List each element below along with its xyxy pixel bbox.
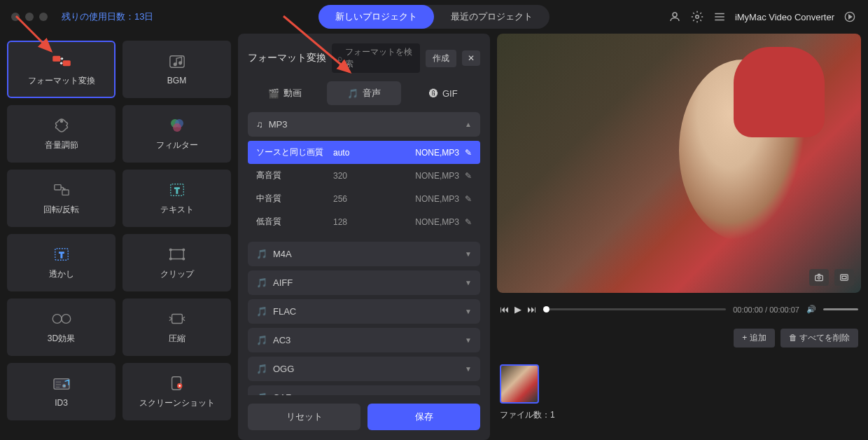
edit-icon[interactable]: ✎ [465,217,472,227]
tool-card-3d[interactable]: 3D効果 [7,298,115,356]
tool-card-screenshot[interactable]: スクリーンショット [122,363,231,420]
file-count-label: ファイル数：1 [500,409,858,421]
quality-name: 低音質 [256,216,333,228]
create-button[interactable]: 作成 [426,50,456,67]
snapshot-button[interactable] [809,269,829,286]
quality-row[interactable]: 低音質128NONE,MP3✎ [248,210,480,233]
header-right: iMyMac Video Converter [668,10,857,24]
window-minimize-dot[interactable] [25,13,34,21]
panel-title: フォーマット変換 [248,52,326,64]
preview-frame [497,34,861,293]
quality-row[interactable]: 高音質320NONE,MP3✎ [248,164,480,187]
add-file-button[interactable]: + 追加 [734,329,774,348]
tool-label: フィルター [156,139,198,151]
format-group-ac3[interactable]: 🎵AC3▼ [248,328,480,352]
video-preview [497,34,861,293]
convert-icon [50,53,73,69]
chevron-up-icon: ▲ [465,121,472,128]
window-maximize-dot[interactable] [39,13,48,21]
window-close-dot[interactable] [11,13,20,21]
quality-row[interactable]: ソースと同じ画質autoNONE,MP3✎ [248,141,480,164]
clip-icon [166,246,188,263]
volume-icon[interactable]: 🔊 [806,305,816,314]
format-name: M4A [273,249,292,259]
tool-card-text[interactable]: Tテキスト [122,170,231,227]
file-thumbnail[interactable] [500,364,539,404]
watermark-icon: T [50,246,73,263]
tool-card-id3[interactable]: ID3 [7,363,115,420]
format-search-input[interactable]: ⌕ フォーマットを検索 [332,43,420,73]
quality-codec: NONE,MP3 [382,217,459,227]
trash-icon: 🗑 [789,333,797,343]
format-group-mp3[interactable]: ♫MP3 ▲ [248,112,480,137]
settings-icon[interactable] [690,10,704,24]
quality-codec: NONE,MP3 [382,194,459,204]
progress-slider[interactable] [543,308,726,310]
format-group-caf[interactable]: 🎵CAF▼ [248,385,480,395]
svg-point-27 [52,314,62,323]
tool-card-volume[interactable]: 音量調節 [7,105,115,163]
audio-format-icon: 🎵 [256,277,267,288]
format-list: ♫MP3 ▲ ソースと同じ画質autoNONE,MP3✎高音質320NONE,M… [248,112,480,395]
app-logo-icon [843,10,857,24]
svg-rect-30 [172,314,182,323]
user-icon[interactable] [668,10,682,24]
app-header: 残りの使用日数：13日 新しいプロジェクト 最近のプロジェクト iMyMac V… [0,0,868,34]
main-area: フォーマット変換BGM音量調節フィルター回転/反転TテキストT透かしクリップ3D… [0,34,868,440]
tool-label: テキスト [160,204,194,216]
compress-icon [166,310,188,327]
playback-controls: ⏮ ▶ ⏭ [500,304,536,315]
progress-handle[interactable] [543,306,550,312]
format-group-m4a[interactable]: 🎵M4A▼ [248,242,480,266]
format-group-ogg[interactable]: 🎵OGG▼ [248,357,480,381]
audio-format-icon: 🎵 [256,392,267,395]
svg-point-32 [62,385,65,387]
format-tab-audio[interactable]: 🎵音声 [327,81,400,105]
chevron-down-icon: ▼ [465,336,472,344]
tool-card-filter[interactable]: フィルター [122,105,231,163]
tool-card-convert[interactable]: フォーマット変換 [7,41,115,98]
tab-recent-project[interactable]: 最近のプロジェクト [434,5,550,29]
tool-card-clip[interactable]: クリップ [122,234,231,291]
play-button[interactable]: ▶ [514,304,522,315]
tool-label: 3D効果 [48,333,75,345]
quality-name: ソースと同じ画質 [256,146,333,158]
prev-button[interactable]: ⏮ [500,304,509,315]
tool-card-bgm[interactable]: BGM [122,41,231,98]
preview-panel: ⏮ ▶ ⏭ 00:00:00 / 00:00:07 🔊 + 追加 🗑 すべてを削… [497,34,861,440]
edit-icon[interactable]: ✎ [465,194,472,204]
svg-text:T: T [59,250,64,259]
quality-row[interactable]: 中音質256NONE,MP3✎ [248,187,480,210]
tool-card-rotate[interactable]: 回転/反転 [7,170,115,227]
format-group-flac[interactable]: 🎵FLAC▼ [248,299,480,324]
svg-rect-16 [54,184,60,189]
quality-name: 高音質 [256,170,333,181]
tool-card-watermark[interactable]: T透かし [7,234,115,291]
reset-button[interactable]: リセット [248,404,360,430]
tool-label: 圧縮 [169,333,186,345]
app-name: iMyMac Video Converter [735,12,834,22]
save-button[interactable]: 保存 [368,404,480,430]
format-tab-video[interactable]: 🎬動画 [248,81,321,105]
volume-slider[interactable] [823,308,858,310]
edit-icon[interactable]: ✎ [465,171,472,181]
chevron-down-icon: ▼ [465,308,472,315]
tool-label: ID3 [55,398,68,408]
format-tab-gif[interactable]: 🅖GIF [407,81,480,105]
rotate-icon [50,181,73,198]
audio-format-icon: 🎵 [256,364,267,374]
close-button[interactable]: ✕ [462,50,480,66]
svg-point-25 [169,258,172,260]
fullscreen-button[interactable] [834,269,854,286]
3d-icon [50,310,73,327]
tool-card-compress[interactable]: 圧縮 [122,298,231,356]
tab-new-project[interactable]: 新しいプロジェクト [318,5,434,29]
menu-icon[interactable] [713,10,727,24]
next-button[interactable]: ⏭ [527,304,536,315]
file-actions: + 追加 🗑 すべてを削除 [497,326,861,350]
delete-all-button[interactable]: 🗑 すべてを削除 [780,329,858,348]
edit-icon[interactable]: ✎ [465,148,472,158]
tool-sidebar: フォーマット変換BGM音量調節フィルター回転/反転TテキストT透かしクリップ3D… [7,34,231,440]
svg-rect-17 [62,190,68,195]
format-group-aiff[interactable]: 🎵AIFF▼ [248,270,480,295]
